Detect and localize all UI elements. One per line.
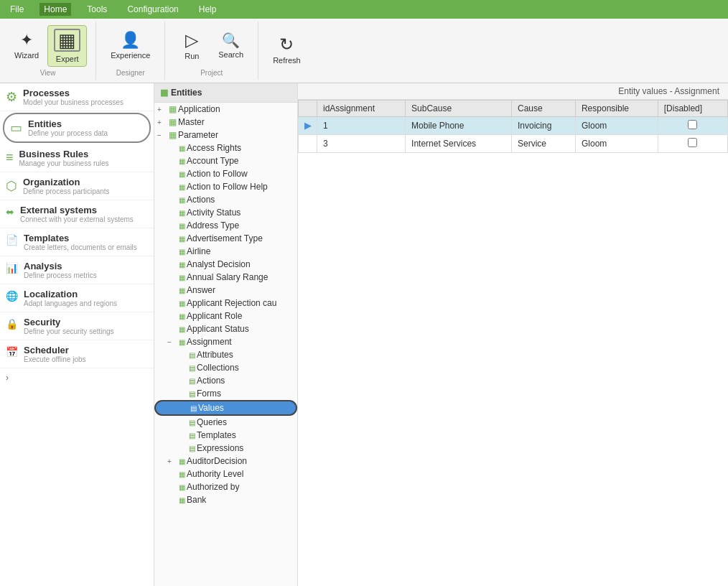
- tree-node-analyst-decision[interactable]: ▦ Analyst Decision: [154, 258, 297, 271]
- sidebar-item-organization[interactable]: ⬡ Organization Define process participan…: [0, 172, 154, 200]
- experience-label: Experience: [111, 51, 150, 60]
- tree-node-applicant-status[interactable]: ▦ Applicant Status: [154, 322, 297, 335]
- cell-disabled[interactable]: [658, 135, 727, 153]
- cell-responsible: Gloom: [575, 135, 658, 153]
- sidebar-item-security[interactable]: 🔒 Security Define your security settings: [0, 312, 154, 340]
- table-row[interactable]: ▶ 1 Mobile Phone Invoicing Gloom: [299, 117, 728, 135]
- col-header-subcause: SubCause: [406, 101, 512, 117]
- node-label-collections: Collections: [197, 363, 239, 373]
- tree-node-auditor-decision[interactable]: + ▦ AuditorDecision: [154, 455, 297, 468]
- tree-node-applicant-role[interactable]: ▦ Applicant Role: [154, 310, 297, 322]
- sidebar-item-entities[interactable]: ▭ Entities Define your process data: [3, 113, 151, 143]
- refresh-label: Refresh: [273, 56, 301, 65]
- tree-node-expressions[interactable]: ▤ Expressions: [154, 442, 297, 455]
- node-label-annual-salary-range: Annual Salary Range: [187, 272, 268, 282]
- external-systems-title: External systems: [20, 205, 134, 215]
- toolbar-view-items: ✦ Wizard ▦ Expert: [9, 24, 87, 68]
- external-systems-text: External systems Connect with your exter…: [20, 205, 134, 223]
- localization-subtitle: Adapt languages and regions: [24, 299, 117, 307]
- tree-node-action-to-follow[interactable]: ▦ Action to Follow: [154, 167, 297, 180]
- processes-text: Processes Model your business processes: [23, 88, 123, 106]
- sidebar-expand-button[interactable]: ›: [0, 368, 154, 387]
- expert-label: Expert: [56, 55, 79, 63]
- toolbar-group-refresh: ↻ Refresh: [258, 22, 315, 80]
- templates-text: Templates Create letters, documents or e…: [24, 233, 137, 251]
- menu-help[interactable]: Help: [195, 3, 221, 16]
- node-label-action-to-follow: Action to Follow: [187, 169, 248, 179]
- tree-node-templates-sub[interactable]: ▤ Templates: [154, 429, 297, 442]
- tree-node-assignment[interactable]: − ▦ Assignment: [154, 335, 297, 348]
- tree-node-address-type[interactable]: ▦ Address Type: [154, 219, 297, 232]
- run-label: Run: [185, 52, 199, 60]
- wizard-button[interactable]: ✦ Wizard: [9, 29, 45, 62]
- view-group-label: View: [40, 69, 56, 77]
- tree-node-queries[interactable]: ▤ Queries: [154, 416, 297, 429]
- tree-node-parameter[interactable]: − ▦ Parameter: [154, 129, 297, 141]
- entities-text: Entities Define your process data: [28, 118, 108, 137]
- expand-icon: +: [157, 106, 167, 113]
- organization-icon: ⬡: [6, 178, 17, 194]
- sidebar-item-templates[interactable]: 📄 Templates Create letters, documents or…: [0, 228, 154, 256]
- node-icon: ▦: [179, 457, 185, 465]
- node-label-application: Application: [178, 104, 220, 114]
- tree-node-account-type[interactable]: ▦ Account Type: [154, 154, 297, 167]
- processes-subtitle: Model your business processes: [23, 98, 123, 106]
- entities-icon: ▭: [10, 120, 22, 136]
- run-button[interactable]: ▷ Run: [174, 29, 210, 63]
- node-icon: ▤: [189, 364, 195, 372]
- tree-node-actions[interactable]: ▦ Actions: [154, 193, 297, 206]
- tree-node-master[interactable]: + ▦ Master: [154, 116, 297, 129]
- menu-configuration[interactable]: Configuration: [123, 3, 182, 16]
- node-label-attributes: Attributes: [197, 350, 233, 360]
- menu-home[interactable]: Home: [39, 3, 71, 16]
- sidebar-item-processes[interactable]: ⚙ Processes Model your business processe…: [0, 83, 154, 111]
- tree-node-authorized-by[interactable]: ▦ Authorized by: [154, 480, 297, 493]
- sidebar-item-scheduler[interactable]: 📅 Scheduler Execute offline jobs: [0, 340, 154, 368]
- node-icon: ▦: [179, 325, 185, 333]
- search-button[interactable]: 🔍 Search: [213, 30, 249, 62]
- node-label-parameter: Parameter: [178, 130, 218, 140]
- tree-node-forms[interactable]: ▤ Forms: [154, 387, 297, 400]
- tree-node-action-to-follow-help[interactable]: ▦ Action to Follow Help: [154, 180, 297, 193]
- tree-node-advertisement-type[interactable]: ▦ Advertisement Type: [154, 232, 297, 245]
- tree-node-application[interactable]: + ▦ Application: [154, 103, 297, 116]
- tree-node-collections[interactable]: ▤ Collections: [154, 361, 297, 374]
- tree-node-bank[interactable]: ▦ Bank: [154, 493, 297, 506]
- expert-button[interactable]: ▦ Expert: [47, 25, 87, 67]
- tree-node-attributes[interactable]: ▤ Attributes: [154, 348, 297, 361]
- node-label-account-type: Account Type: [187, 156, 239, 166]
- node-label-applicant-status: Applicant Status: [187, 324, 249, 334]
- tree-icon: ▦: [160, 88, 168, 98]
- node-icon: ▦: [179, 312, 185, 320]
- menu-tools[interactable]: Tools: [83, 3, 111, 16]
- sidebar-item-business-rules[interactable]: ≡ Business Rules Manage your business ru…: [0, 144, 154, 172]
- experience-button[interactable]: 👤 Experience: [105, 29, 156, 62]
- refresh-button[interactable]: ↻ Refresh: [267, 33, 307, 68]
- tree-panel: ▦ Entities + ▦ Application + ▦ Master − …: [154, 83, 298, 586]
- tree-node-answer[interactable]: ▦ Answer: [154, 284, 297, 297]
- main-layout: ⚙ Processes Model your business processe…: [0, 83, 728, 586]
- tree-node-access-rights[interactable]: ▦ Access Rights: [154, 141, 297, 154]
- analysis-icon: 📊: [6, 262, 18, 274]
- tree-node-actions-sub[interactable]: ▤ Actions: [154, 374, 297, 387]
- tree-node-authority-level[interactable]: ▦ Authority Level: [154, 468, 297, 480]
- node-label-analyst-decision: Analyst Decision: [187, 259, 251, 269]
- tree-node-values[interactable]: ▤ Values: [154, 400, 297, 416]
- node-icon: ▦: [169, 130, 177, 140]
- sidebar-item-localization[interactable]: 🌐 Localization Adapt languages and regio…: [0, 284, 154, 312]
- localization-text: Localization Adapt languages and regions: [24, 289, 117, 307]
- cell-disabled[interactable]: [658, 117, 727, 135]
- sidebar-item-analysis[interactable]: 📊 Analysis Define process metrics: [0, 256, 154, 284]
- tree-header-label: Entities: [171, 88, 202, 98]
- tree-node-airline[interactable]: ▦ Airline: [154, 245, 297, 258]
- table-row[interactable]: 3 Internet Services Service Gloom: [299, 135, 728, 153]
- tree-node-annual-salary-range[interactable]: ▦ Annual Salary Range: [154, 271, 297, 284]
- node-label-activity-status: Activity Status: [187, 208, 241, 218]
- tree-node-applicant-rejection[interactable]: ▦ Applicant Rejection cau: [154, 297, 297, 310]
- sidebar-item-external-systems[interactable]: ⬌ External systems Connect with your ext…: [0, 200, 154, 228]
- disabled-checkbox[interactable]: [688, 120, 697, 129]
- menu-file[interactable]: File: [6, 3, 28, 16]
- menu-bar: File Home Tools Configuration Help: [0, 0, 728, 19]
- tree-node-activity-status[interactable]: ▦ Activity Status: [154, 206, 297, 219]
- disabled-checkbox[interactable]: [688, 138, 697, 147]
